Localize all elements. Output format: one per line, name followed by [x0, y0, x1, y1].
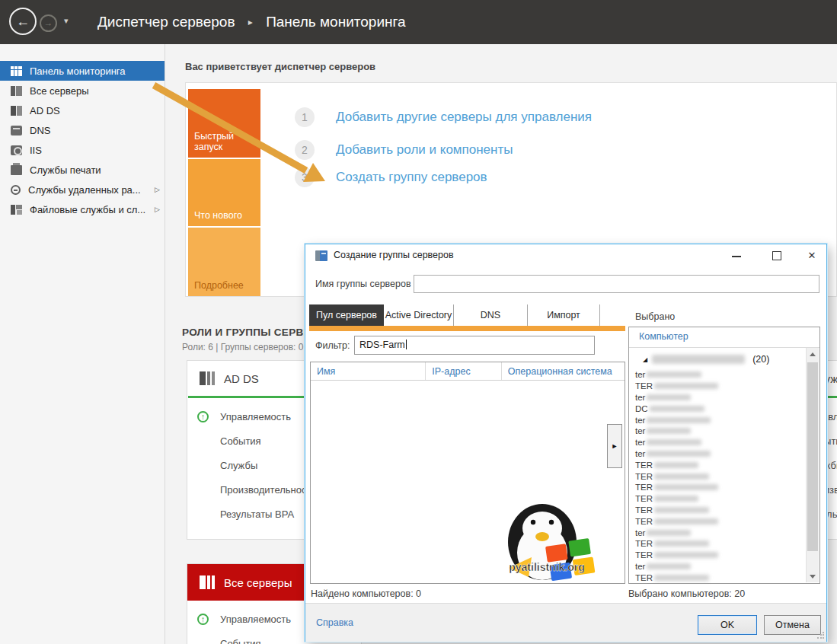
quickstart-tile[interactable]: Подробнее	[188, 228, 260, 296]
sidebar-item-label: Службы удаленных ра...	[28, 184, 141, 196]
table-column-header[interactable]: Операционная система	[502, 362, 625, 380]
resize-grip[interactable]	[816, 632, 824, 639]
computer-list-item[interactable]: DC	[635, 403, 804, 414]
filter-input[interactable]: RDS-Farm	[354, 336, 595, 355]
forward-button[interactable]: →	[40, 14, 57, 32]
sidebar-item[interactable]: Все серверы	[0, 81, 165, 100]
computer-column-header[interactable]: Компьютер	[639, 331, 688, 342]
role-status-row-label: Производительность	[220, 484, 316, 496]
sidebar-item[interactable]: IIS	[0, 140, 165, 160]
sidebar-item-label: Панель мониторинга	[30, 65, 126, 77]
step-number-badge: 3	[295, 167, 315, 187]
computer-name-prefix: ter	[635, 562, 645, 571]
dialog-tab-label: Пул серверов	[316, 310, 377, 320]
sidebar-item[interactable]: Службы печати	[0, 160, 165, 180]
computer-name-prefix: DC	[635, 404, 648, 413]
filter-value: RDS-Farm	[359, 340, 405, 350]
computer-list-item[interactable]: TER	[635, 493, 804, 505]
help-link[interactable]: Справка	[316, 617, 353, 628]
computer-list-item[interactable]: ter	[635, 448, 804, 460]
role-status-row-label: Службы	[220, 460, 257, 471]
computer-name-redacted	[647, 428, 691, 434]
status-up-icon	[197, 614, 209, 625]
group-name-input[interactable]	[414, 275, 819, 293]
scroll-down-icon[interactable]	[807, 570, 819, 582]
selected-computers-status: Выбрано компьютеров: 20	[628, 588, 745, 599]
dialog-tab[interactable]: Active Directory	[384, 304, 454, 326]
ok-button[interactable]: OK	[698, 615, 757, 635]
computer-list-item[interactable]: ter	[635, 414, 804, 426]
computer-name-prefix: ter	[635, 438, 645, 447]
role-status-row-label: Управляемость	[220, 411, 291, 422]
computer-list-item[interactable]: ter	[635, 426, 804, 437]
selected-computers-panel: Компьютер ◢ (20) ter TER	[628, 327, 820, 584]
sidebar-item[interactable]: Панель мониторинга	[0, 61, 165, 81]
computer-list-item[interactable]: TER	[635, 381, 804, 392]
cancel-button[interactable]: Отмена	[764, 615, 821, 635]
dialog-tab[interactable]: Пул серверов	[309, 304, 384, 326]
scroll-up-icon[interactable]	[807, 348, 819, 360]
step-number-badge: 2	[295, 140, 315, 160]
expand-arrow-icon[interactable]: ▷	[155, 186, 160, 193]
computer-list-item[interactable]: TER	[635, 470, 804, 482]
quickstart-tile[interactable]: Быстрый запуск	[188, 89, 260, 158]
history-dropdown-caret-icon[interactable]: ▾	[64, 16, 69, 26]
computer-name-redacted	[654, 507, 709, 513]
dialog-tab[interactable]: Импорт	[528, 304, 600, 326]
computer-name-prefix: TER	[635, 483, 653, 492]
server-role-icon	[200, 575, 215, 589]
computer-name-redacted	[654, 552, 718, 558]
table-column-header[interactable]: IP-адрес	[426, 362, 502, 380]
sidebar-item-label: IIS	[30, 145, 42, 156]
quickstart-tile[interactable]: Что нового	[188, 159, 260, 226]
computer-list-item[interactable]: TER	[635, 459, 804, 470]
step-link[interactable]: Добавить роли и компоненты	[336, 142, 513, 158]
roles-section-subtitle: Роли: 6 | Группы серверов: 0	[182, 342, 303, 352]
expand-arrow-icon[interactable]: ▷	[155, 206, 160, 213]
computer-list-item[interactable]: ter	[635, 527, 804, 538]
computer-list-item[interactable]: ter	[635, 392, 804, 403]
minimize-button[interactable]	[721, 244, 752, 266]
computer-name-redacted	[647, 530, 691, 536]
role-card-title: Все серверы	[224, 576, 292, 589]
breadcrumb-page[interactable]: Панель мониторинга	[266, 14, 405, 30]
computer-list-item[interactable]: TER	[635, 538, 804, 550]
computer-list-item[interactable]: TER	[635, 505, 804, 516]
computer-list-item[interactable]: TER	[635, 550, 804, 561]
computer-list-item[interactable]: ter	[635, 437, 804, 448]
sidebar-item[interactable]: AD DS	[0, 100, 165, 120]
back-button[interactable]: ←	[9, 8, 37, 35]
sidebar-item-label: Службы печати	[30, 164, 101, 176]
breadcrumb-app[interactable]: Диспетчер серверов	[97, 14, 235, 30]
sidebar-item[interactable]: Файловые службы и сл... ▷	[0, 199, 165, 219]
scrollbar[interactable]	[806, 348, 819, 582]
sidebar-item-label: AD DS	[30, 105, 60, 116]
computer-list-item[interactable]: TER	[635, 515, 804, 527]
computer-group-row[interactable]: ◢ (20)	[643, 352, 769, 366]
computer-name-redacted	[654, 473, 709, 480]
step-link[interactable]: Создать группу серверов	[336, 170, 487, 185]
close-button[interactable]: ✕	[797, 244, 826, 266]
server-role-icon	[200, 371, 215, 385]
table-column-header[interactable]: Имя	[311, 362, 426, 380]
scrollbar-thumb[interactable]	[807, 362, 818, 551]
computer-list-item[interactable]: ter	[635, 561, 804, 572]
computer-name-prefix: TER	[635, 517, 653, 526]
computer-name-redacted	[654, 575, 709, 581]
computer-list-item[interactable]: TER	[635, 482, 804, 493]
computer-name-redacted	[647, 439, 701, 445]
role-status-row-label: События	[220, 638, 261, 644]
quickstart-step: 3 Создать группу серверов	[295, 167, 487, 187]
maximize-button[interactable]	[761, 244, 791, 266]
sidebar-item[interactable]: DNS	[0, 120, 165, 140]
computer-name-redacted	[654, 462, 698, 468]
dialog-title-bar[interactable]: Создание группы серверов ✕	[305, 244, 826, 267]
dialog-tab[interactable]: DNS	[454, 304, 528, 326]
computer-name-redacted	[647, 451, 711, 457]
tree-expander-icon[interactable]: ◢	[643, 356, 647, 363]
step-link[interactable]: Добавить другие серверы для управления	[336, 110, 592, 125]
sidebar-item[interactable]: Службы удаленных ра... ▷	[0, 180, 165, 199]
add-selected-button[interactable]: ►	[607, 424, 622, 468]
computer-list-item[interactable]: ter	[635, 369, 804, 381]
computer-list-item[interactable]: TER	[635, 572, 804, 583]
